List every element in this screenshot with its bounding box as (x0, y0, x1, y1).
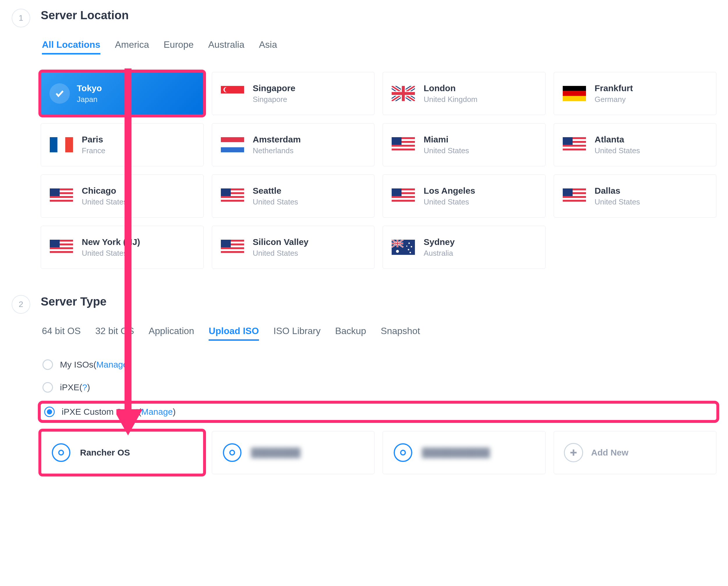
flag-us-icon (221, 189, 244, 203)
iso-label: ███████████ (422, 448, 490, 458)
location-city: Los Angeles (424, 186, 475, 196)
svg-rect-59 (563, 189, 573, 196)
svg-rect-15 (563, 86, 586, 91)
flag-us-icon (50, 189, 73, 203)
location-sydney[interactable]: SydneyAustralia (383, 226, 546, 269)
tab-upload-iso[interactable]: Upload ISO (209, 326, 259, 341)
svg-point-78 (396, 250, 399, 253)
option-ipxe-custom-script[interactable]: iPXE Custom Script ( Manage ) (41, 404, 717, 420)
location-country: United States (595, 197, 640, 206)
svg-rect-27 (392, 145, 415, 147)
location-dallas[interactable]: DallasUnited States (554, 174, 717, 218)
location-miami[interactable]: MiamiUnited States (383, 123, 546, 166)
check-icon (49, 83, 70, 104)
location-country: United States (424, 197, 475, 206)
location-city: Singapore (253, 83, 295, 93)
tab-application[interactable]: Application (149, 326, 194, 341)
location-los-angeles[interactable]: Los AngelesUnited States (383, 174, 546, 218)
tab-64-bit-os[interactable]: 64 bit OS (42, 326, 81, 341)
location-country: Singapore (253, 95, 295, 104)
location-city: Tokyo (77, 83, 102, 93)
location-tokyo[interactable]: TokyoJapan (41, 72, 204, 115)
svg-rect-47 (221, 189, 231, 196)
add-new-label: Add New (591, 448, 628, 458)
svg-rect-64 (50, 251, 73, 253)
svg-point-82 (410, 252, 411, 253)
location-country: United States (253, 197, 298, 206)
tab-backup[interactable]: Backup (335, 326, 366, 341)
svg-rect-45 (221, 196, 244, 198)
location-seattle[interactable]: SeattleUnited States (212, 174, 375, 218)
location-singapore[interactable]: SingaporeSingapore (212, 72, 375, 115)
tab-australia[interactable]: Australia (208, 39, 244, 54)
location-city: Amsterdam (253, 135, 301, 144)
iso-card-1[interactable]: ████████ (212, 431, 375, 474)
location-atlanta[interactable]: AtlantaUnited States (554, 123, 717, 166)
location-amsterdam[interactable]: AmsterdamNetherlands (212, 123, 375, 166)
option-link[interactable]: Manage (96, 360, 128, 370)
svg-rect-63 (50, 247, 73, 249)
flag-au-icon (392, 240, 415, 255)
iso-label: ████████ (251, 448, 301, 458)
svg-point-83 (406, 246, 407, 247)
location-new-york-nj-[interactable]: New York (NJ)United States (41, 226, 204, 269)
flag-fr-icon (50, 137, 73, 152)
svg-rect-69 (221, 247, 244, 249)
option-label: iPXE (60, 383, 79, 392)
tab-iso-library[interactable]: ISO Library (274, 326, 321, 341)
option-my-isos[interactable]: My ISOs ( Manage ) (41, 358, 717, 371)
tab-snapshot[interactable]: Snapshot (381, 326, 420, 341)
tab-32-bit-os[interactable]: 32 bit OS (95, 326, 134, 341)
location-country: United States (424, 146, 469, 155)
location-country: Japan (77, 95, 102, 104)
svg-rect-40 (50, 200, 73, 202)
add-new-iso[interactable]: Add New (554, 431, 717, 474)
flag-us-icon (50, 240, 73, 255)
svg-rect-51 (392, 196, 415, 198)
svg-rect-1 (221, 94, 244, 101)
svg-point-92 (231, 452, 233, 454)
option-link[interactable]: Manage (141, 407, 173, 417)
option-label: My ISOs (60, 360, 94, 370)
svg-point-87 (52, 444, 70, 461)
svg-point-79 (409, 243, 410, 244)
option-link[interactable]: ? (82, 383, 87, 392)
location-country: United States (82, 197, 127, 206)
location-country: United Kingdom (424, 95, 477, 104)
iso-card-0[interactable]: Rancher OS (41, 431, 204, 474)
radio-icon (43, 359, 53, 370)
location-city: Paris (82, 135, 105, 144)
svg-rect-39 (50, 196, 73, 198)
location-country: France (82, 146, 105, 155)
iso-card-2[interactable]: ███████████ (383, 431, 546, 474)
location-paris[interactable]: ParisFrance (41, 123, 204, 166)
svg-point-91 (230, 450, 235, 455)
svg-rect-20 (65, 137, 73, 152)
location-chicago[interactable]: ChicagoUnited States (41, 174, 204, 218)
svg-rect-33 (563, 145, 586, 147)
location-london[interactable]: LondonUnited Kingdom (383, 72, 546, 115)
svg-rect-65 (50, 240, 60, 247)
radio-icon (44, 407, 55, 417)
location-silicon-valley[interactable]: Silicon ValleyUnited States (212, 226, 375, 269)
option-ipxe[interactable]: iPXE ( ? ) (41, 381, 717, 394)
tab-asia[interactable]: Asia (259, 39, 277, 54)
tab-europe[interactable]: Europe (163, 39, 193, 54)
flag-us-icon (392, 189, 415, 203)
tab-america[interactable]: America (115, 39, 149, 54)
step-number-2: 2 (11, 295, 30, 314)
radio-icon (43, 382, 53, 393)
svg-point-81 (408, 249, 409, 250)
location-country: United States (595, 146, 640, 155)
location-country: Netherlands (253, 146, 301, 155)
tab-all-locations[interactable]: All Locations (42, 39, 100, 54)
svg-rect-41 (50, 189, 60, 196)
location-frankfurt[interactable]: FrankfurtGermany (554, 72, 717, 115)
svg-rect-58 (563, 200, 586, 202)
location-country: United States (82, 249, 140, 258)
svg-rect-22 (221, 142, 244, 147)
server-type-tabs: 64 bit OS32 bit OSApplicationUpload ISOI… (42, 326, 717, 341)
flag-de-icon (563, 86, 586, 101)
disc-icon (222, 442, 242, 463)
svg-rect-57 (563, 196, 586, 198)
